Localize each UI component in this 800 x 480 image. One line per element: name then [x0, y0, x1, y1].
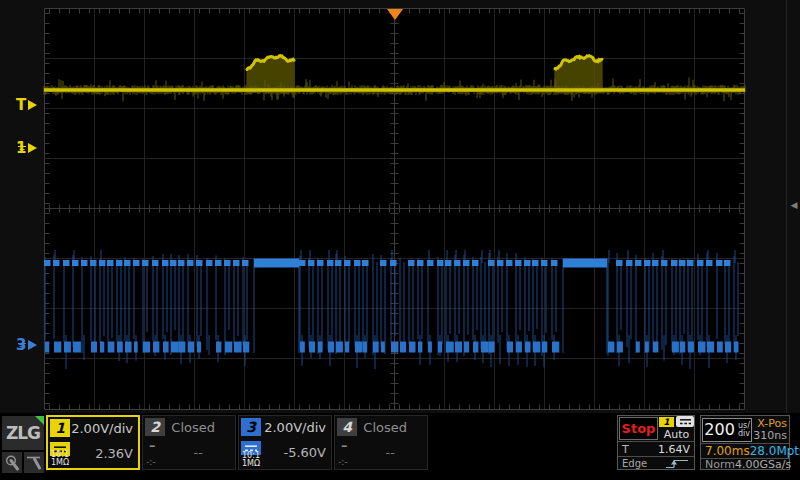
right-arrow-icon [28, 340, 37, 350]
sample-rate-row: Norm 4.00GSa/s [701, 458, 789, 470]
channel-3-badge: 3 [241, 418, 261, 436]
run-state-label: Stop [622, 421, 656, 436]
touch-drag-button[interactable] [24, 452, 44, 473]
channel-4-box[interactable]: 4 – Closed -- -:- [334, 415, 428, 470]
trigger-type-label: Edge [622, 458, 647, 469]
trigger-position-marker[interactable] [387, 9, 403, 20]
brand-area: ZLG [2, 416, 44, 473]
timebase-panel: 200 us/ div X-Pos 310ns 7.00ms 28.0Mpts … [700, 415, 790, 470]
channel-4-probe-info: -:- [338, 458, 348, 466]
trigger-panel: Stop 1 Auto T 1.64V Edge [617, 415, 695, 470]
channel-3-value: -5.60V [283, 445, 326, 460]
timebase-scale-unit: us/ div [738, 422, 750, 438]
oscilloscope-ui: T 1 3 ◀ ZLG [0, 0, 800, 480]
waveform-traces [0, 0, 800, 413]
channel-1-badge: 1 [50, 419, 70, 437]
run-state-button[interactable]: Stop [619, 417, 658, 440]
trigger-level-marker[interactable]: T [16, 98, 37, 112]
trigger-level-row-label: T [622, 443, 629, 456]
status-bar: ZLG 1 [0, 413, 800, 480]
channel-1-value: 2.36V [95, 446, 133, 461]
channel-4-coupling-dash: – [341, 438, 348, 453]
trigger-type-row[interactable]: Edge [618, 456, 694, 469]
ch3-ground-marker[interactable]: 3 [16, 338, 37, 352]
ground-icon [17, 342, 27, 351]
side-panel-rail: ◀ [786, 0, 800, 413]
channel-3-scale: 2.00V/div [264, 420, 326, 435]
ch1-ground-marker[interactable]: 1 [16, 141, 37, 155]
rising-edge-icon [664, 458, 690, 469]
trigger-level-row[interactable]: T 1.64V [618, 441, 694, 456]
right-arrow-icon [28, 143, 37, 153]
waveform-display: T 1 3 ◀ [0, 0, 800, 413]
ground-icon [17, 145, 27, 154]
channel-1-scale: 2.00V/div [71, 421, 133, 436]
timebase-scale-value: 200 [704, 420, 735, 439]
touch-point-button[interactable] [2, 452, 22, 473]
channel-4-badge: 4 [337, 418, 357, 436]
trigger-mode-label: Auto [664, 428, 690, 441]
logo-text: ZLG [6, 423, 40, 443]
channel-3-probe-info: 10:11MΩ [242, 452, 260, 468]
horizontal-position-area[interactable]: X-Pos 310ns [753, 418, 789, 441]
panel-expand-arrow-icon[interactable]: ◀ [788, 198, 800, 212]
channel-2-value: -- [194, 445, 203, 460]
zlg-logo: ZLG [2, 416, 44, 450]
timebase-scale-button[interactable]: 200 us/ div [702, 418, 752, 442]
channel-3-box[interactable]: 3 2.00V/div -5.60V 10:11MΩ [238, 415, 332, 470]
trigger-source-badge: 1 [659, 417, 674, 427]
xpos-value: 310ns [753, 430, 787, 441]
trigger-level-label: T [16, 98, 26, 112]
sample-rate-value: 4.00GSa/s [735, 458, 791, 471]
channel-1-probe-info: 10:11MΩ [51, 451, 69, 467]
channel-1-box[interactable]: 1 2.00V/div 2.36V 10:11MΩ [46, 415, 140, 470]
channel-2-badge: 2 [145, 418, 165, 436]
right-arrow-icon [28, 100, 37, 110]
touch-point-icon [4, 454, 21, 471]
channel-4-scale: Closed [363, 420, 407, 435]
acquisition-memory-row: 7.00ms 28.0Mpts [701, 443, 789, 458]
channel-2-scale: Closed [171, 420, 215, 435]
time-window-value: 7.00ms [705, 444, 750, 458]
channel-box-row: 1 2.00V/div 2.36V 10:11MΩ 2 – Closed -- … [46, 415, 428, 470]
channel-4-value: -- [386, 445, 395, 460]
touch-drag-icon [25, 455, 43, 470]
channel-2-probe-info: -:- [146, 458, 156, 466]
memory-depth-value: 28.0Mpts [750, 444, 800, 458]
channel-2-box[interactable]: 2 – Closed -- -:- [142, 415, 236, 470]
channel-2-coupling-dash: – [149, 438, 156, 453]
trigger-coupling-icon [676, 416, 694, 427]
acquisition-mode-label: Norm [705, 458, 735, 471]
trigger-mode-area[interactable]: 1 Auto [659, 416, 694, 441]
green-corner-badge [35, 416, 44, 425]
trigger-level-row-value: 1.64V [658, 443, 690, 456]
